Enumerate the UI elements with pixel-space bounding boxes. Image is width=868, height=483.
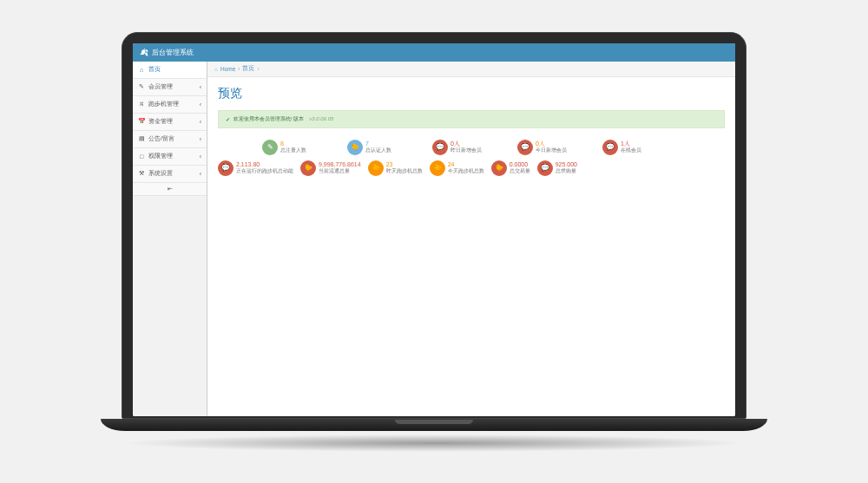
sidebar-item-5[interactable]: □权限管理‹ xyxy=(133,148,207,166)
main-content: Home › 首页 › 预览 欢迎使用本会员管理系统! 版本 v3.0.06.0… xyxy=(207,62,735,416)
sidebar-item-3[interactable]: 📅资金管理‹ xyxy=(133,114,207,131)
sidebar-icon: ⚒ xyxy=(138,170,145,177)
breadcrumb-sep: › xyxy=(257,66,259,72)
sidebar-item-2[interactable]: ⤮跑步机管理‹ xyxy=(133,96,207,114)
sidebar-item-0[interactable]: ⌂首页 xyxy=(133,62,207,79)
app-body: ⌂首页✎会员管理‹⤮跑步机管理‹📅资金管理‹▤公告/留言‹□权限管理‹⚒系统设置… xyxy=(133,62,735,416)
stat-label: 正在运行的跑步机总动能 xyxy=(236,168,293,174)
laptop-frame: 后台管理系统 ⌂首页✎会员管理‹⤮跑步机管理‹📅资金管理‹▤公告/留言‹□权限管… xyxy=(122,32,746,452)
breadcrumb-current[interactable]: 首页 xyxy=(242,65,254,73)
sidebar: ⌂首页✎会员管理‹⤮跑步机管理‹📅资金管理‹▤公告/留言‹□权限管理‹⚒系统设置… xyxy=(133,62,207,416)
sidebar-icon: ✎ xyxy=(138,83,145,90)
welcome-alert: 欢迎使用本会员管理系统! 版本 v3.0.06.05 xyxy=(218,110,725,128)
stat-label: 当前流通总量 xyxy=(319,168,361,174)
stat-value: 2,113.80 xyxy=(236,161,293,168)
chevron-left-icon: ‹ xyxy=(200,119,201,125)
sidebar-icon: □ xyxy=(138,153,145,160)
breadcrumb-sep: › xyxy=(238,66,240,72)
home-icon xyxy=(214,66,218,72)
stat-label: 今日新增会员 xyxy=(536,147,567,153)
sidebar-icon: ⤮ xyxy=(138,101,145,108)
stat-icon: 🐤 xyxy=(300,160,316,176)
stat-icon: ✎ xyxy=(262,140,278,155)
stat2-card-0: 💬2,113.80正在运行的跑步机总动能 xyxy=(218,160,293,177)
stat2-card-4: 🐤0.0000总交易量 xyxy=(491,160,530,177)
stat1-card-1: 🐤7总认证人数 xyxy=(347,139,425,156)
stat-icon: 💬 xyxy=(602,140,618,155)
chevron-left-icon: ‹ xyxy=(200,171,201,177)
stat1-card-0: ✎8总注册人数 xyxy=(262,139,340,156)
stat-value: 23 xyxy=(386,161,423,168)
stat-label: 昨天跑步机总数 xyxy=(386,168,423,174)
stat-value: 7 xyxy=(365,140,391,147)
stats-row-2: 💬2,113.80正在运行的跑步机总动能🐤9,998,776.8614当前流通总… xyxy=(207,158,735,179)
stat-value: 24 xyxy=(448,161,484,168)
stat-icon: 🐤 xyxy=(368,160,384,176)
stat-icon: 💬 xyxy=(517,140,533,155)
stat-icon: 🐤 xyxy=(347,140,363,155)
sidebar-item-1[interactable]: ✎会员管理‹ xyxy=(133,79,207,96)
sidebar-icon: ▤ xyxy=(138,135,145,142)
app-title: 后台管理系统 xyxy=(152,48,194,57)
sidebar-collapse[interactable]: ⇤ xyxy=(133,183,207,196)
page-title: 预览 xyxy=(207,77,735,107)
stat-value: 1人 xyxy=(621,140,641,147)
alert-version: v3.0.06.05 xyxy=(309,116,333,121)
stat-value: 925.000 xyxy=(556,161,577,168)
sidebar-item-6[interactable]: ⚒系统设置‹ xyxy=(133,166,207,183)
stat2-card-2: 🐤23昨天跑步机总数 xyxy=(368,160,423,177)
stat-label: 昨日新增会员 xyxy=(450,147,482,153)
breadcrumb: Home › 首页 › xyxy=(207,62,735,77)
stat1-card-3: 💬0人今日新增会员 xyxy=(517,139,595,156)
sidebar-item-label: 权限管理 xyxy=(148,153,173,160)
check-icon xyxy=(226,116,230,122)
chevron-left-icon: ‹ xyxy=(200,153,201,160)
sidebar-item-4[interactable]: ▤公告/留言‹ xyxy=(133,131,207,148)
stat-label: 总交易量 xyxy=(510,168,530,174)
laptop-screen: 后台管理系统 ⌂首页✎会员管理‹⤮跑步机管理‹📅资金管理‹▤公告/留言‹□权限管… xyxy=(122,32,746,419)
sidebar-item-label: 跑步机管理 xyxy=(148,101,179,108)
stat-icon: 💬 xyxy=(218,160,233,176)
laptop-base xyxy=(101,419,767,431)
stat1-card-2: 💬0人昨日新增会员 xyxy=(432,139,510,156)
laptop-shadow xyxy=(122,434,746,452)
stat-icon: 🐤 xyxy=(430,160,445,176)
sidebar-item-label: 公告/留言 xyxy=(148,135,174,143)
leaf-icon xyxy=(140,49,148,56)
chevron-left-icon: ‹ xyxy=(200,84,201,90)
alert-text: 欢迎使用本会员管理系统! 版本 xyxy=(233,115,304,123)
stat1-card-4: 💬1人在线会员 xyxy=(602,139,681,156)
stat-icon: 💬 xyxy=(432,140,448,155)
collapse-icon: ⇤ xyxy=(167,186,174,193)
sidebar-item-label: 资金管理 xyxy=(148,118,173,126)
stats-row-1: ✎8总注册人数🐤7总认证人数💬0人昨日新增会员💬0人今日新增会员💬1人在线会员 xyxy=(207,137,735,158)
topbar: 后台管理系统 xyxy=(133,43,735,62)
sidebar-icon: 📅 xyxy=(138,118,145,125)
app-window: 后台管理系统 ⌂首页✎会员管理‹⤮跑步机管理‹📅资金管理‹▤公告/留言‹□权限管… xyxy=(133,43,735,416)
stat2-card-1: 🐤9,998,776.8614当前流通总量 xyxy=(300,160,361,177)
stat-icon: 🐤 xyxy=(491,160,507,176)
stat-label: 总注册人数 xyxy=(280,147,306,153)
chevron-left-icon: ‹ xyxy=(200,136,201,142)
sidebar-item-label: 系统设置 xyxy=(148,170,173,178)
stat-label: 总求购量 xyxy=(556,168,577,174)
stat-icon: 💬 xyxy=(537,160,553,176)
breadcrumb-home[interactable]: Home xyxy=(220,66,235,72)
chevron-left-icon: ‹ xyxy=(200,101,201,108)
stat2-card-3: 🐤24今天跑步机总数 xyxy=(430,160,484,177)
sidebar-item-label: 会员管理 xyxy=(148,83,173,91)
sidebar-icon: ⌂ xyxy=(138,67,145,73)
stat-label: 在线会员 xyxy=(621,147,641,153)
stat2-card-5: 💬925.000总求购量 xyxy=(537,160,577,177)
stat-label: 今天跑步机总数 xyxy=(448,168,484,174)
stat-label: 总认证人数 xyxy=(365,147,391,153)
sidebar-item-label: 首页 xyxy=(148,66,161,74)
